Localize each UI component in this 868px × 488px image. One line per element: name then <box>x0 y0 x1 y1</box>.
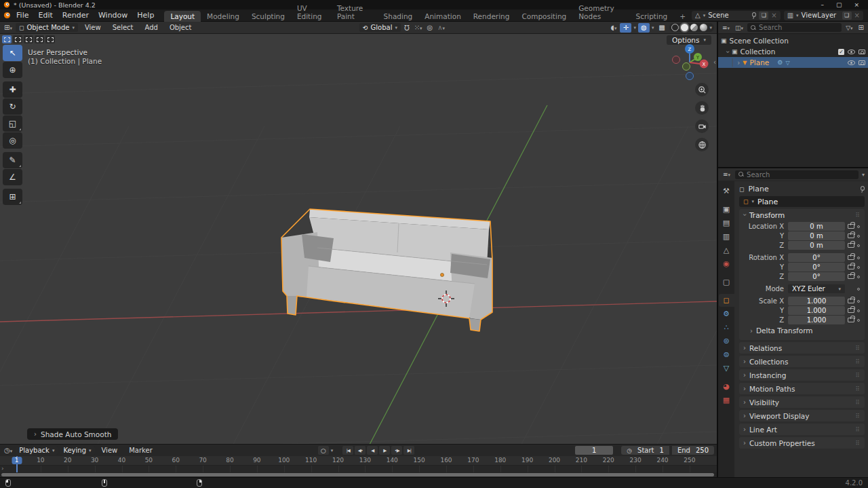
properties-tab-texture[interactable]: ▦ <box>719 394 734 407</box>
animate-dot[interactable] <box>857 288 860 290</box>
panel-relations[interactable]: ›Relations⠿ <box>739 342 865 354</box>
xray-toggle[interactable]: ▩ <box>656 23 667 33</box>
timeline-editor-type-icon[interactable]: ◷▾ <box>3 447 14 454</box>
workspace-tab-sculpting[interactable]: Sculpting <box>245 11 291 22</box>
pin-icon[interactable] <box>750 12 756 19</box>
tool-measure-icon[interactable]: ∠ <box>3 169 22 185</box>
minimize-button[interactable]: – <box>821 1 824 8</box>
jump-to-end-icon[interactable]: ▶| <box>403 446 414 455</box>
transform-panel-header[interactable]: › Transform ⠿ <box>739 209 865 221</box>
panel-custom-properties[interactable]: ›Custom Properties⠿ <box>739 437 865 449</box>
workspace-add-tab[interactable]: + <box>673 11 692 22</box>
workspace-tab-animation[interactable]: Animation <box>418 11 467 22</box>
pan-hand-icon[interactable] <box>695 101 709 115</box>
auto-keying-toggle[interactable]: ○ <box>318 446 329 455</box>
viewport-3d[interactable]: User Perspective (1) Collection | Plane … <box>0 34 717 444</box>
snap-target-icon[interactable]: ⁙▾ <box>413 24 424 31</box>
scale-z-field[interactable]: 1.000 <box>788 316 845 324</box>
properties-tab-data[interactable]: ▽ <box>719 362 734 375</box>
animate-dot[interactable] <box>857 235 860 238</box>
outliner-row-collection[interactable]: › ▣ Collection ✓ <box>718 46 868 57</box>
select-invert-icon[interactable] <box>35 35 44 43</box>
workspace-tab-geometry-nodes[interactable]: Geometry Nodes <box>572 3 629 22</box>
vp-menu-select[interactable]: Select <box>108 22 138 33</box>
plane-expand-arrow[interactable]: › <box>737 59 740 67</box>
properties-tab-world[interactable]: ◉ <box>719 257 734 270</box>
geometry-nodes-icon[interactable]: ▽ <box>785 60 789 66</box>
select-subtract-icon[interactable] <box>24 35 33 43</box>
workspace-tab-texture-paint[interactable]: Texture Paint <box>331 3 378 22</box>
lock-icon[interactable] <box>848 299 854 303</box>
lock-icon[interactable] <box>848 318 854 322</box>
properties-tab-object[interactable]: ◻ <box>719 294 734 307</box>
menu-file[interactable]: File <box>12 10 33 21</box>
tool-rotate-icon[interactable]: ↻ <box>3 98 22 115</box>
proportional-editing-icon[interactable]: ◎ <box>426 24 435 31</box>
rotation-x-field[interactable]: 0° <box>788 253 845 262</box>
plane-render-camera-icon[interactable] <box>859 60 865 65</box>
view-layer-selector[interactable]: ▥▾ ViewLayer ❏ × <box>784 11 863 20</box>
workspace-tab-layout[interactable]: Layout <box>164 11 201 22</box>
panel-instancing[interactable]: ›Instancing⠿ <box>739 369 865 381</box>
lock-icon[interactable] <box>848 308 854 313</box>
playback-menu[interactable]: Playback▾ <box>16 446 58 455</box>
tool-move-icon[interactable]: ✚ <box>3 81 22 98</box>
panel-viewport-display[interactable]: ›Viewport Display⠿ <box>739 410 865 421</box>
panel-line-art[interactable]: ›Line Art⠿ <box>739 424 865 435</box>
perspective-toggle-icon[interactable] <box>695 138 709 151</box>
snap-icon[interactable]: Ω <box>403 24 411 31</box>
sidebar-toggle-arrow[interactable]: ‹ <box>713 58 716 66</box>
vp-menu-object[interactable]: Object <box>165 22 197 33</box>
properties-tab-collection[interactable]: ▢ <box>719 276 734 288</box>
select-extend-icon[interactable] <box>13 35 22 43</box>
lock-icon[interactable] <box>848 243 854 248</box>
rotation-mode-dropdown[interactable]: XYZ Euler▾ <box>788 284 845 293</box>
properties-search-input[interactable]: Search <box>735 170 859 179</box>
properties-tab-modifiers[interactable]: ⚙ <box>719 307 734 320</box>
frame-end-field[interactable]: End 250 <box>672 446 714 455</box>
maximize-button[interactable]: ▢ <box>836 1 842 8</box>
animate-dot[interactable] <box>857 225 860 228</box>
properties-tab-particles[interactable]: ∴ <box>719 321 734 334</box>
location-z-field[interactable]: 0 m <box>788 241 845 250</box>
properties-tab-constraints[interactable]: ⊜ <box>719 348 734 361</box>
editor-type-icon[interactable]: ⊞▾ <box>3 24 14 31</box>
new-scene-button[interactable]: ❏ <box>759 12 768 20</box>
blender-menu-icon[interactable] <box>2 10 12 20</box>
vp-menu-add[interactable]: Add <box>140 22 163 33</box>
tool-add-cube-icon[interactable]: ⊞ <box>3 189 22 205</box>
filter-icon[interactable]: ▽▾ <box>844 24 854 31</box>
unlink-scene-icon[interactable]: × <box>771 12 776 19</box>
scale-y-field[interactable]: 1.000 <box>788 306 845 315</box>
properties-tab-physics[interactable]: ⊚ <box>719 335 734 348</box>
rotation-y-field[interactable]: 0° <box>788 263 845 271</box>
outliner-display-mode-icon[interactable]: ◫▾ <box>734 24 745 31</box>
zoom-icon[interactable] <box>695 83 709 96</box>
tool-cursor-icon[interactable]: ⊕ <box>3 62 22 78</box>
animate-dot[interactable] <box>857 276 860 278</box>
location-y-field[interactable]: 0 m <box>788 231 845 240</box>
delta-transform-panel-header[interactable]: › Delta Transform <box>739 325 862 336</box>
scale-x-field[interactable]: 1.000 <box>788 297 845 305</box>
operator-panel-shade-auto-smooth[interactable]: › Shade Auto Smooth <box>27 428 118 440</box>
current-frame-field[interactable]: 1 <box>575 446 613 455</box>
frame-start-field[interactable]: ◷ Start 1 <box>621 446 669 455</box>
workspace-tab-compositing[interactable]: Compositing <box>515 11 572 22</box>
tool-annotate-icon[interactable]: ✎ <box>3 152 22 168</box>
mode-dropdown[interactable]: ◻ Object Mode ▾ <box>16 23 78 32</box>
lock-icon[interactable] <box>848 224 854 229</box>
panel-collections[interactable]: ›Collections⠿ <box>739 356 865 367</box>
animate-dot[interactable] <box>857 266 860 269</box>
properties-tab-material[interactable]: ◕ <box>719 380 734 393</box>
outliner-search-input[interactable]: Search <box>747 23 842 32</box>
new-collection-icon[interactable]: ⊞ <box>857 24 865 31</box>
lock-icon[interactable] <box>848 255 854 260</box>
play-reverse-icon[interactable]: ◀ <box>367 446 378 455</box>
play-icon[interactable]: ▶ <box>379 446 390 455</box>
timeline-view-menu[interactable]: View <box>97 445 123 456</box>
scene-selector[interactable]: △▾ Scene ❏ × <box>692 11 781 20</box>
wireframe-shading-icon[interactable] <box>671 24 679 31</box>
show-overlays-toggle[interactable]: ◍ <box>638 23 650 33</box>
lock-icon[interactable] <box>848 265 854 269</box>
menu-edit[interactable]: Edit <box>33 10 57 21</box>
